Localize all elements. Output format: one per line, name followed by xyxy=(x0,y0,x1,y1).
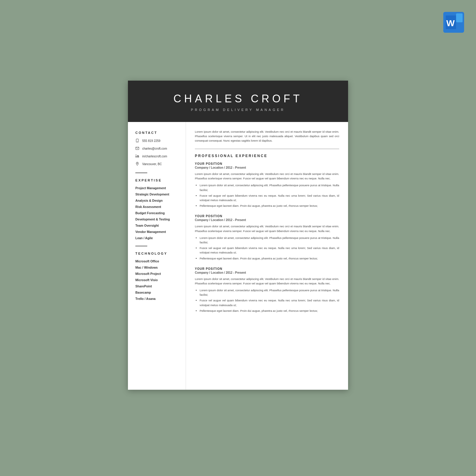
contact-section: CONTACT 555 819 2259 xyxy=(135,131,180,167)
job-company-1: Company / Location / 2012 - Present xyxy=(195,166,339,169)
skill-6: Development & Testing xyxy=(135,217,180,221)
svg-point-8 xyxy=(137,141,137,141)
skill-7: Team Oversight xyxy=(135,224,180,227)
technology-title: TECHNOLOGY xyxy=(135,252,180,255)
job-bullets-1: Lorem ipsum dolor sit amet, consectetur … xyxy=(195,183,339,208)
job-company-2: Company / Location / 2012 - Present xyxy=(195,218,339,222)
candidate-title: PROGRAM DELIVERY MANAGER xyxy=(137,108,339,112)
technology-section: TECHNOLOGY Microsoft Office Mac / Window… xyxy=(135,252,180,300)
location-value: Vancouver, BC xyxy=(142,162,162,166)
skill-8: Vendor Management xyxy=(135,230,180,234)
resume-container: CHARLES CROFT PROGRAM DELIVERY MANAGER C… xyxy=(128,81,348,390)
contact-location: Vancouver, BC xyxy=(135,162,180,167)
bullet-1-2: Fusce vel augue vel quam bibendum viverr… xyxy=(200,193,339,202)
contact-title: CONTACT xyxy=(135,131,180,134)
candidate-name: CHARLES CROFT xyxy=(137,93,339,105)
expertise-section: EXPERTISE Project Management Strategic D… xyxy=(135,178,180,240)
skill-4: Risk Assessment xyxy=(135,205,180,209)
bullet-2-2: Fusce vel augue vel quam bibendum viverr… xyxy=(200,246,339,255)
svg-rect-5 xyxy=(456,13,463,22)
job-desc-3: Lorem ipsum dolor sit amet, consectetur … xyxy=(195,277,339,286)
job-block-2: YOUR POSITION Company / Location / 2012 … xyxy=(195,214,339,260)
location-icon xyxy=(135,162,140,167)
bullet-1-3: Pellentesque eget laoreet diam. Proin du… xyxy=(200,203,339,208)
phone-value: 555 819 2259 xyxy=(142,139,160,143)
bullet-2-1: Lorem ipsum dolor sit amet, consectetur … xyxy=(200,236,339,245)
sidebar: CONTACT 555 819 2259 xyxy=(128,122,186,390)
tech-2: Mac / Windows xyxy=(135,266,180,269)
job-position-3: YOUR POSITION xyxy=(195,267,339,270)
expertise-title: EXPERTISE xyxy=(135,178,180,182)
contact-phone: 555 819 2259 xyxy=(135,139,180,143)
experience-section-title: PROFESSIONAL EXPERIENCE xyxy=(195,154,339,158)
bullet-3-3: Pellentesque eget laoreet diam. Proin du… xyxy=(200,309,339,313)
tech-7: Trello / Asana xyxy=(135,297,180,300)
job-desc-2: Lorem ipsum dolor sit amet, consectetur … xyxy=(195,224,339,233)
contact-linkedin: in/charlescroft.com xyxy=(135,154,180,159)
email-value: charles@croft.com xyxy=(142,147,167,150)
tech-3: Microsoft Project xyxy=(135,272,180,275)
bullet-2-3: Pellentesque eget laoreet diam. Proin du… xyxy=(200,256,339,261)
job-block-1: YOUR POSITION Company / Location / 2012 … xyxy=(195,162,339,208)
svg-point-11 xyxy=(137,163,138,164)
phone-icon xyxy=(135,139,140,143)
main-content: Lorem ipsum dolor sit amet, consectetur … xyxy=(186,122,348,390)
tech-6: Basecamp xyxy=(135,291,180,294)
resume-body: CONTACT 555 819 2259 xyxy=(128,122,348,390)
svg-point-10 xyxy=(136,154,136,155)
skill-3: Analysis & Design xyxy=(135,199,180,202)
svg-text:W: W xyxy=(446,18,455,28)
skill-5: Budget Forecasting xyxy=(135,211,180,215)
bullet-3-2: Fusce vel augue vel quam bibendum viverr… xyxy=(200,298,339,307)
divider-1 xyxy=(135,173,147,173)
job-bullets-3: Lorem ipsum dolor sit amet, consectetur … xyxy=(195,288,339,313)
bullet-1-1: Lorem ipsum dolor sit amet, consectetur … xyxy=(200,183,339,192)
svg-rect-6 xyxy=(456,22,463,31)
tech-5: SharePoint xyxy=(135,284,180,288)
divider-2 xyxy=(135,246,147,246)
job-bullets-2: Lorem ipsum dolor sit amet, consectetur … xyxy=(195,236,339,261)
linkedin-value: in/charlescroft.com xyxy=(142,155,167,158)
contact-email: charles@croft.com xyxy=(135,146,180,151)
tech-1: Microsoft Office xyxy=(135,259,180,263)
word-app-icon[interactable]: W xyxy=(443,12,464,33)
skill-9: Lean / Agile xyxy=(135,236,180,240)
job-desc-1: Lorem ipsum dolor sit amet, consectetur … xyxy=(195,172,339,181)
linkedin-icon xyxy=(135,154,140,159)
email-icon xyxy=(135,146,140,151)
skill-1: Project Management xyxy=(135,186,180,190)
job-company-3: Company / Location / 2012 - Present xyxy=(195,271,339,274)
tech-4: Microsoft Visio xyxy=(135,278,180,282)
resume-header: CHARLES CROFT PROGRAM DELIVERY MANAGER xyxy=(128,81,348,122)
job-block-3: YOUR POSITION Company / Location / 2012 … xyxy=(195,267,339,313)
skill-2: Strategic Development xyxy=(135,192,180,196)
intro-paragraph: Lorem ipsum dolor sit amet, consectetur … xyxy=(195,129,339,143)
bullet-3-1: Lorem ipsum dolor sit amet, consectetur … xyxy=(200,288,339,297)
section-hr xyxy=(195,149,339,149)
job-position-1: YOUR POSITION xyxy=(195,162,339,165)
job-position-2: YOUR POSITION xyxy=(195,214,339,218)
